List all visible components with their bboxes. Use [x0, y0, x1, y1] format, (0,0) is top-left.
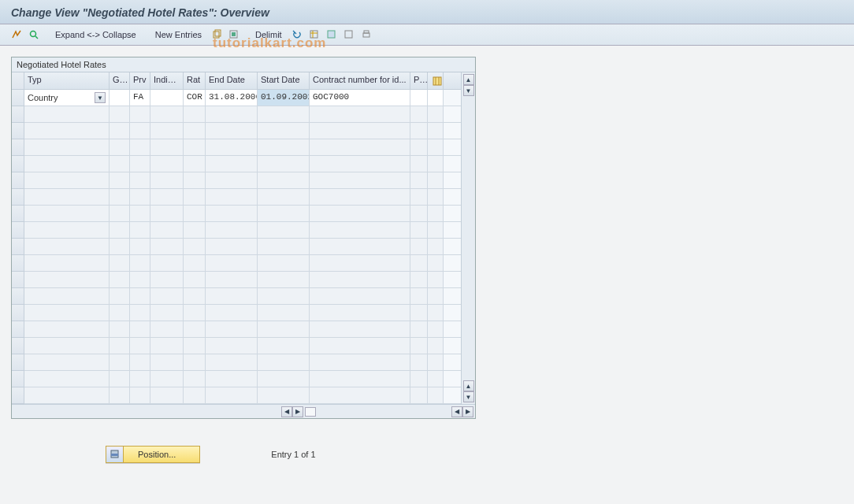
table-row[interactable] — [24, 321, 461, 338]
table-row[interactable] — [24, 371, 461, 387]
scroll-handle[interactable] — [305, 407, 316, 417]
table-row[interactable] — [24, 338, 461, 354]
scroll-left-icon[interactable]: ◀ — [281, 406, 292, 417]
row-header[interactable] — [12, 288, 24, 305]
grid-rows: Country ▼ FA COR 31.08.2006 01.09.2002 G… — [24, 90, 461, 404]
svg-rect-6 — [310, 31, 317, 38]
row-header[interactable] — [12, 255, 24, 272]
row-header[interactable] — [12, 354, 24, 371]
row-header[interactable] — [12, 371, 24, 387]
page-title: Change View "Negotiated Hotel Rates": Ov… — [11, 6, 843, 19]
row-header[interactable] — [12, 172, 24, 189]
chevron-down-icon[interactable]: ▼ — [95, 92, 106, 103]
position-button[interactable]: Position... — [106, 446, 200, 463]
configure-columns-icon[interactable] — [431, 75, 444, 87]
row-header[interactable] — [12, 123, 24, 139]
scroll-up-icon[interactable]: ▲ — [463, 380, 474, 391]
svg-rect-11 — [363, 33, 369, 37]
col-header-pu[interactable]: PU — [410, 72, 428, 89]
col-header-grp[interactable]: Grp — [110, 72, 130, 89]
cell-indiv[interactable] — [150, 90, 184, 106]
table-row[interactable] — [24, 288, 461, 305]
row-header-corner[interactable] — [12, 72, 24, 90]
row-header[interactable] — [12, 189, 24, 206]
table-row[interactable] — [24, 123, 461, 139]
find-icon[interactable] — [27, 28, 41, 42]
table-row[interactable] — [24, 239, 461, 255]
footer: Position... Entry 1 of 1 — [106, 446, 843, 463]
cell-rat[interactable]: COR — [184, 90, 206, 106]
table-row[interactable] — [24, 387, 461, 404]
row-header[interactable] — [12, 338, 24, 354]
cell-start[interactable]: 01.09.2002 — [258, 90, 310, 106]
row-header[interactable] — [12, 321, 24, 338]
vertical-scrollbar[interactable]: ▲ ▼ ▲ ▼ — [461, 72, 475, 404]
new-entries-button[interactable]: New Entries — [150, 28, 206, 41]
select-block-icon[interactable] — [325, 28, 339, 42]
copy-icon[interactable] — [210, 28, 224, 42]
scroll-right-icon[interactable]: ▶ — [292, 406, 303, 417]
scroll-right-icon[interactable]: ▶ — [462, 406, 473, 417]
undo-icon[interactable] — [290, 28, 304, 42]
table-row[interactable] — [24, 354, 461, 371]
row-header[interactable] — [12, 106, 24, 123]
col-header-start[interactable]: Start Date — [258, 72, 310, 89]
svg-rect-17 — [111, 454, 118, 456]
expand-collapse-button[interactable]: Expand <-> Collapse — [50, 28, 141, 41]
table-row[interactable] — [24, 206, 461, 222]
scroll-down-icon[interactable]: ▼ — [463, 391, 474, 402]
table-row[interactable] — [24, 255, 461, 272]
cell-contract[interactable]: GOC7000 — [310, 90, 410, 106]
table-row[interactable]: Country ▼ FA COR 31.08.2006 01.09.2002 G… — [24, 90, 461, 106]
row-header[interactable] — [12, 272, 24, 288]
row-header[interactable] — [12, 139, 24, 156]
table-row[interactable] — [24, 222, 461, 239]
position-label: Position... — [124, 450, 199, 459]
row-header[interactable] — [12, 239, 24, 255]
delimit-button[interactable]: Delimit — [251, 28, 287, 41]
deselect-icon[interactable] — [342, 28, 356, 42]
table-row[interactable] — [24, 189, 461, 206]
cell-grp[interactable] — [110, 90, 130, 106]
col-header-typ[interactable]: Typ — [24, 72, 110, 89]
row-header[interactable] — [12, 387, 24, 404]
table-settings-icon[interactable] — [307, 28, 321, 42]
table-row[interactable] — [24, 172, 461, 189]
cell-typ[interactable]: Country ▼ — [24, 90, 110, 106]
col-header-config[interactable] — [428, 72, 444, 89]
typ-dropdown[interactable]: Country ▼ — [28, 92, 106, 103]
select-all-icon[interactable] — [227, 28, 241, 42]
row-header[interactable] — [12, 90, 24, 106]
toggle-display-icon[interactable] — [9, 28, 24, 42]
row-header[interactable] — [12, 305, 24, 321]
table-row[interactable] — [24, 139, 461, 156]
scroll-up-icon[interactable]: ▲ — [463, 74, 474, 85]
row-header[interactable] — [12, 156, 24, 172]
table-row[interactable] — [24, 305, 461, 321]
cell-prv[interactable]: FA — [130, 90, 150, 106]
column-headers: Typ Grp Prv Indivi... Rat End Date Start… — [24, 72, 461, 90]
svg-rect-3 — [215, 30, 221, 36]
col-header-indiv[interactable]: Indivi... — [150, 72, 184, 89]
col-header-prv[interactable]: Prv — [130, 72, 150, 89]
svg-rect-9 — [328, 31, 335, 38]
col-header-contract[interactable]: Contract number for id... — [310, 72, 410, 89]
entry-counter: Entry 1 of 1 — [271, 450, 315, 459]
horizontal-scrollbar[interactable]: ◀ ▶ ◀ ▶ — [12, 404, 475, 418]
scroll-down-icon[interactable]: ▼ — [463, 85, 474, 96]
row-header[interactable] — [12, 206, 24, 222]
table-row[interactable] — [24, 272, 461, 288]
print-icon[interactable] — [359, 28, 373, 42]
position-icon — [106, 447, 124, 462]
scroll-left-icon[interactable]: ◀ — [451, 406, 462, 417]
row-header[interactable] — [12, 222, 24, 239]
col-header-rat[interactable]: Rat — [184, 72, 206, 89]
toolbar: Expand <-> Collapse New Entries Delimit — [0, 24, 854, 46]
cell-cfg — [428, 90, 444, 106]
col-header-end[interactable]: End Date — [206, 72, 258, 89]
table-row[interactable] — [24, 156, 461, 172]
typ-value: Country — [28, 93, 58, 102]
table-row[interactable] — [24, 106, 461, 123]
cell-pu[interactable] — [410, 90, 428, 106]
cell-end[interactable]: 31.08.2006 — [206, 90, 258, 106]
